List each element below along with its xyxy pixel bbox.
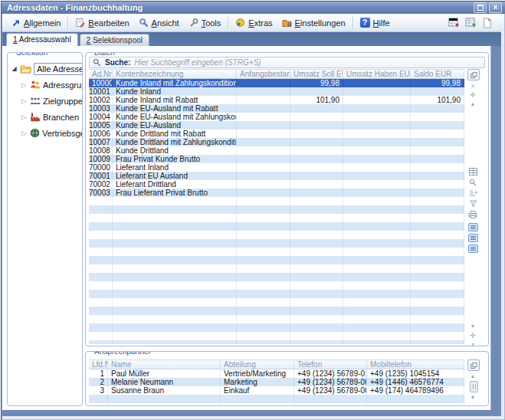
- cell-soll: [290, 146, 343, 155]
- search-rows-icon[interactable]: [467, 179, 478, 186]
- column-header-anfangsbestand-eur[interactable]: Anfangsbestand EUR: [237, 70, 290, 78]
- window-title: Adressdaten - Finanzbuchhaltung: [7, 3, 474, 12]
- menu-ansicht[interactable]: Ansicht: [134, 16, 184, 29]
- menu-separator: [353, 17, 353, 29]
- column-header-umsatz-haben-eur[interactable]: Umsatz Haben EUR: [343, 70, 411, 78]
- column-header-ad-nr[interactable]: Ad.Nr▼: [89, 70, 113, 78]
- target-group-icon: [30, 96, 41, 106]
- column-header-lfd-nr-[interactable]: Lfd.Nr.▲: [89, 360, 108, 369]
- cell-soll: [290, 189, 343, 197]
- cell-nr: [89, 273, 113, 281]
- table-row[interactable]: 3Susanne BraunEinkauf+49 (1234) 56789-00…: [89, 386, 464, 395]
- cell-soll: [290, 155, 343, 163]
- cell-soll: [290, 197, 343, 205]
- scroll-page-down-icon[interactable]: ✛: [467, 332, 478, 340]
- menu-extras[interactable]: Extras: [231, 16, 277, 29]
- cell-nr: [89, 197, 113, 205]
- layout-list-button-3[interactable]: [468, 244, 478, 253]
- cell-saldo: [411, 264, 464, 273]
- search-label: Suche:: [105, 58, 130, 67]
- menu-bearbeiten[interactable]: Bearbeiten: [71, 16, 133, 29]
- menu-tools[interactable]: Tools: [184, 16, 226, 29]
- table-filler-row: [89, 298, 464, 307]
- table-export-icon[interactable]: [448, 18, 460, 28]
- tree-item-branchen[interactable]: ▷ Branchen: [11, 109, 80, 125]
- table-row[interactable]: 70000Lieferant Inland: [89, 163, 464, 172]
- scroll-bottom-icon[interactable]: ⌆: [467, 341, 478, 346]
- table-row[interactable]: 1Paul MüllerVertrieb/Marketing+49 (1234)…: [89, 369, 464, 378]
- scroll-up-icon[interactable]: ▲: [467, 100, 478, 108]
- table-filler-row: [89, 403, 464, 405]
- column-header-kontenbezeichnung[interactable]: Kontenbezeichnung: [113, 70, 237, 78]
- industry-icon: [30, 112, 41, 122]
- restore-button[interactable]: [474, 2, 487, 13]
- sort-ascending-icon[interactable]: [467, 189, 478, 197]
- table-row[interactable]: 10003Kunde EU-Ausland mit Rabatt: [89, 104, 464, 113]
- close-button[interactable]: ×: [489, 2, 502, 13]
- layout-list-button-1[interactable]: [468, 223, 478, 231]
- cell-nr: [89, 248, 113, 256]
- scroll-up-icon[interactable]: ▲: [467, 372, 478, 380]
- collapsed-arrow-icon[interactable]: ▷: [21, 97, 28, 105]
- new-document-icon[interactable]: [482, 18, 492, 28]
- table-row[interactable]: 10005Kunde EU-Ausland: [89, 121, 464, 130]
- column-chooser-button[interactable]: [467, 359, 480, 371]
- table-row[interactable]: 10004Kunde EU-Ausland mit Zahlungskondti…: [89, 113, 464, 121]
- collapsed-arrow-icon[interactable]: ▷: [21, 130, 28, 137]
- tree-item-zielgruppen[interactable]: ▷ Zielgruppen: [11, 93, 80, 109]
- grid-view-icon[interactable]: [467, 168, 478, 176]
- cell-anfangsbestand: [237, 231, 290, 239]
- table-row[interactable]: 70001Lieferant EU Ausland: [89, 172, 464, 180]
- tab-adressauswahl[interactable]: 1 Adressauswahl: [6, 33, 78, 46]
- column-header-mobiltelefon[interactable]: Mobiltelefon: [367, 360, 464, 369]
- selektion-group-label: Selektion: [14, 52, 50, 57]
- cell-saldo: [411, 248, 464, 256]
- table-row[interactable]: 70002Lieferant Drittland: [89, 180, 464, 189]
- column-header-name[interactable]: Name: [108, 360, 221, 369]
- column-chooser-button[interactable]: [467, 69, 480, 80]
- column-header-telefon[interactable]: Telefon: [294, 360, 367, 369]
- cell-nr: 10007: [89, 138, 113, 146]
- tree-item-adressgruppen[interactable]: ▷ Adressgruppen: [11, 77, 80, 93]
- table-row[interactable]: 10008Kunde Drittland: [89, 146, 464, 155]
- scroll-page-up-icon[interactable]: ✛: [467, 91, 478, 99]
- cell-haben: [343, 113, 411, 121]
- titlebar[interactable]: Adressdaten - Finanzbuchhaltung ×: [2, 2, 505, 14]
- expanded-arrow-icon[interactable]: ◢: [11, 65, 18, 72]
- cell-anfangsbestand: [237, 256, 290, 264]
- collapsed-arrow-icon[interactable]: ▷: [21, 81, 28, 89]
- tree-item-alle-adressen[interactable]: ◢ Alle Adressen: [11, 61, 80, 77]
- cell-name: [113, 281, 237, 290]
- tab-selektionspool[interactable]: 2 Selektionspool: [80, 34, 149, 46]
- cell-name: [108, 395, 221, 403]
- contact-table-side-strip: ▲ ▼: [466, 352, 487, 405]
- scrollbar-thumb[interactable]: [470, 381, 478, 392]
- table-row[interactable]: 2Melanie NeumannMarketing+49 (1234) 5678…: [89, 378, 464, 386]
- table-row[interactable]: 10001Kunde Inland: [89, 87, 464, 96]
- column-header-abteilung[interactable]: Abteilung: [221, 360, 294, 369]
- scroll-down-icon[interactable]: ▼: [467, 323, 478, 330]
- scroll-down-icon[interactable]: ▼: [467, 394, 478, 402]
- table-row[interactable]: 10006Kunde Drittland mit Rabatt: [89, 130, 464, 138]
- filter-icon[interactable]: [467, 200, 478, 208]
- menu-hilfe[interactable]: ? Hilfe: [356, 16, 395, 29]
- menu-allgemein[interactable]: Allgemein: [7, 17, 65, 29]
- menu-einstellungen[interactable]: Einstellungen: [277, 16, 350, 29]
- cell-anfangsbestand: [237, 197, 290, 205]
- table-row[interactable]: 10002Kunde Inland mit Rabatt101,90101,90: [89, 96, 464, 104]
- layout-list-button-2[interactable]: [468, 234, 478, 242]
- tree-item-vertriebsgebiete[interactable]: ▷ Vertriebsgebiete: [11, 125, 80, 141]
- table-row[interactable]: 70003Frau Lieferant Privat Brutto: [89, 189, 464, 197]
- table-row[interactable]: 10009Frau Privat Kunde Brutto: [89, 155, 464, 163]
- print-icon[interactable]: [467, 211, 478, 218]
- collapsed-arrow-icon[interactable]: ▷: [21, 113, 28, 121]
- table-row[interactable]: 10000Kunde Inland mit Zahlungskondition …: [89, 79, 464, 87]
- scroll-top-icon[interactable]: ⌅: [467, 82, 478, 90]
- cell-name: [113, 239, 237, 248]
- column-header-umsatz-soll-eur[interactable]: Umsatz Soll EUR: [290, 70, 343, 78]
- search-input[interactable]: Suche: Hier Suchbegriff eingeben (STRG+S…: [89, 57, 485, 68]
- column-header-saldo-eur[interactable]: Saldo EUR: [411, 70, 464, 78]
- cell-name: Kunde Inland mit Zahlungskondition und L…: [113, 79, 237, 87]
- table-row[interactable]: 10007Kunde Drittland mit Zahlungskonditi…: [89, 138, 464, 146]
- table-refresh-icon[interactable]: [465, 18, 477, 28]
